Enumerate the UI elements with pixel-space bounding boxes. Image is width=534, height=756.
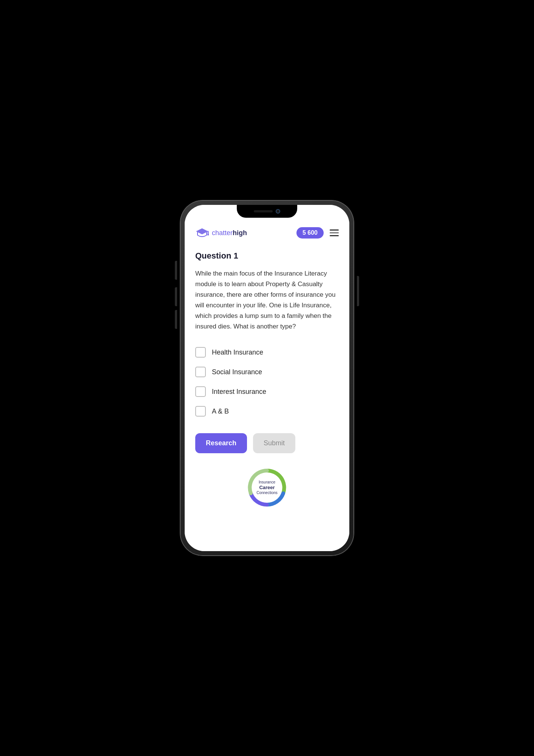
phone-screen: chatterhigh 5 600 Question 1 While the m…: [185, 205, 349, 551]
notch: [237, 205, 297, 218]
research-button[interactable]: Research: [195, 433, 247, 453]
screen-content: chatterhigh 5 600 Question 1 While the m…: [185, 205, 349, 551]
hamburger-menu[interactable]: [330, 229, 339, 236]
option-b-label: Social Insurance: [212, 368, 262, 376]
logo: chatterhigh: [195, 227, 247, 239]
checkbox-d[interactable]: [195, 406, 206, 417]
icc-circle-logo: Insurance Career Connections: [246, 467, 288, 508]
option-b[interactable]: Social Insurance: [195, 362, 339, 382]
option-a-label: Health Insurance: [212, 349, 263, 356]
svg-point-2: [207, 234, 209, 235]
options-list: Health Insurance Social Insurance Intere…: [195, 342, 339, 421]
option-d-label: A & B: [212, 407, 229, 415]
icc-line2: Career: [256, 485, 278, 491]
phone-frame: chatterhigh 5 600 Question 1 While the m…: [180, 200, 354, 556]
option-c-label: Interest Insurance: [212, 388, 266, 396]
submit-button[interactable]: Submit: [253, 433, 295, 453]
icc-text: Insurance Career Connections: [256, 480, 278, 495]
header-right: 5 600: [296, 227, 339, 239]
speaker: [254, 210, 273, 212]
checkbox-b[interactable]: [195, 367, 206, 377]
icc-line1: Insurance: [256, 480, 278, 485]
icc-line3: Connections: [256, 491, 278, 495]
checkbox-c[interactable]: [195, 386, 206, 397]
question-body: While the main focus of the Insurance Li…: [195, 268, 339, 332]
icc-logo: Insurance Career Connections: [195, 467, 339, 508]
logo-text: chatterhigh: [212, 229, 247, 237]
buttons-row: Research Submit: [195, 433, 339, 453]
checkbox-a[interactable]: [195, 347, 206, 358]
header: chatterhigh 5 600: [195, 224, 339, 239]
option-a[interactable]: Health Insurance: [195, 342, 339, 362]
score-badge: 5 600: [296, 227, 324, 239]
option-d[interactable]: A & B: [195, 401, 339, 421]
question-title: Question 1: [195, 251, 339, 261]
option-c[interactable]: Interest Insurance: [195, 382, 339, 401]
front-camera: [276, 209, 280, 214]
logo-icon: [195, 227, 209, 239]
